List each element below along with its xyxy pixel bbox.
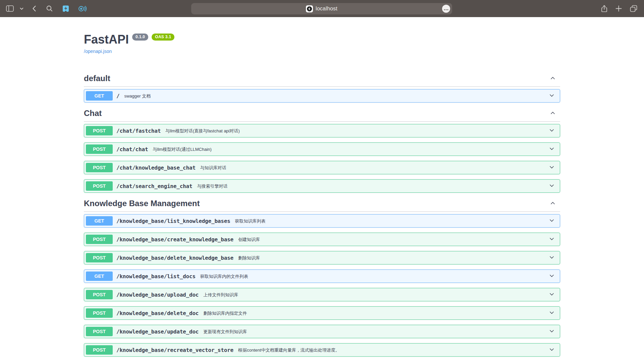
operation-row-knowledge-base-list-knowledge-bases[interactable]: GET/knowledge_base/list_knowledge_bases获… bbox=[84, 214, 560, 228]
expand-operation-button[interactable] bbox=[548, 273, 555, 280]
tab-overview-button[interactable] bbox=[629, 4, 638, 13]
api-section-chat: ChatPOST/chat/fastchat与llm模型对话(直接与fastch… bbox=[84, 109, 560, 193]
sidebar-menu-button[interactable] bbox=[19, 7, 24, 11]
method-badge[interactable]: GET bbox=[86, 272, 113, 281]
chevron-down-icon bbox=[548, 236, 555, 243]
version-badge: 0.1.0 bbox=[132, 34, 148, 41]
operation-path: /chat/fastchat bbox=[116, 128, 161, 134]
chevron-down-icon bbox=[548, 291, 555, 299]
operation-row-root[interactable]: GET/swagger 文档 bbox=[84, 89, 560, 103]
openapi-spec-link[interactable]: /openapi.json bbox=[84, 49, 112, 54]
operation-path: /knowledge_base/create_knowledge_base bbox=[116, 236, 233, 243]
method-badge[interactable]: GET bbox=[86, 216, 113, 226]
operation-row-knowledge-base-delete-knowledge-base[interactable]: POST/knowledge_base/delete_knowledge_bas… bbox=[84, 251, 560, 264]
browser-toolbar: localhost bbox=[0, 0, 644, 17]
method-badge[interactable]: POST bbox=[86, 308, 113, 318]
method-badge[interactable]: POST bbox=[86, 327, 113, 336]
operation-row-knowledge-base-delete-doc[interactable]: POST/knowledge_base/delete_doc删除知识库内指定文件 bbox=[84, 306, 560, 320]
api-section-knowledge-base-management: Knowledge Base ManagementGET/knowledge_b… bbox=[84, 199, 560, 357]
operation-row-knowledge-base-upload-doc[interactable]: POST/knowledge_base/upload_doc上传文件到知识库 bbox=[84, 288, 560, 301]
operation-row-knowledge-base-recreate-vector-store[interactable]: POST/knowledge_base/recreate_vector_stor… bbox=[84, 343, 560, 357]
operation-description: 与llm模型对话(通过LLMChain) bbox=[153, 146, 212, 153]
method-badge[interactable]: POST bbox=[86, 290, 113, 299]
method-badge[interactable]: POST bbox=[86, 126, 113, 135]
chevron-down-icon bbox=[548, 254, 555, 262]
expand-operation-button[interactable] bbox=[548, 217, 555, 225]
operations-list: defaultGET/swagger 文档ChatPOST/chat/fastc… bbox=[84, 74, 560, 357]
expand-operation-button[interactable] bbox=[548, 92, 555, 100]
page-settings-button[interactable] bbox=[442, 5, 450, 13]
operation-path: /knowledge_base/list_knowledge_bases bbox=[116, 218, 230, 224]
sidebar-toggle-icon bbox=[6, 5, 14, 12]
new-tab-button[interactable] bbox=[615, 5, 623, 12]
expand-operation-button[interactable] bbox=[548, 236, 555, 243]
operation-path: /knowledge_base/delete_doc bbox=[116, 310, 199, 316]
chevron-down-icon bbox=[548, 127, 555, 135]
expand-operation-button[interactable] bbox=[548, 346, 555, 354]
section-title: default bbox=[84, 74, 110, 83]
operation-path: /chat/search_engine_chat bbox=[116, 183, 192, 189]
collapse-section-button[interactable] bbox=[549, 200, 556, 207]
method-badge[interactable]: POST bbox=[86, 253, 113, 262]
chevron-down-icon bbox=[548, 217, 555, 225]
address-bar[interactable]: localhost bbox=[191, 3, 452, 14]
expand-operation-button[interactable] bbox=[548, 145, 555, 153]
method-badge[interactable]: POST bbox=[86, 235, 113, 244]
oas-badge: OAS 3.1 bbox=[152, 34, 174, 41]
section-header-chat[interactable]: Chat bbox=[84, 109, 560, 122]
operation-description: 与知识库对话 bbox=[200, 165, 226, 171]
expand-operation-button[interactable] bbox=[548, 254, 555, 262]
method-badge[interactable]: POST bbox=[86, 345, 113, 355]
operation-description: 根据content中文档重建向量库，流式输出处理进度。 bbox=[238, 347, 340, 353]
method-badge[interactable]: POST bbox=[86, 163, 113, 172]
api-title: FastAPI bbox=[84, 33, 129, 46]
expand-operation-button[interactable] bbox=[548, 127, 555, 135]
chevron-down-icon bbox=[548, 346, 555, 354]
api-info: FastAPI 0.1.0 OAS 3.1 /openapi.json bbox=[84, 33, 560, 54]
section-header-knowledge-base-management[interactable]: Knowledge Base Management bbox=[84, 199, 560, 212]
extension-button-1[interactable] bbox=[61, 4, 70, 13]
operation-path: /knowledge_base/recreate_vector_store bbox=[116, 347, 233, 353]
api-section-default: defaultGET/swagger 文档 bbox=[84, 74, 560, 103]
operation-description: 删除知识库 bbox=[238, 255, 260, 261]
share-button[interactable] bbox=[600, 4, 608, 13]
operation-description: 与llm模型对话(直接与fastchat api对话) bbox=[165, 128, 240, 134]
ellipsis-icon bbox=[444, 6, 448, 11]
operation-row-chat-search-engine-chat[interactable]: POST/chat/search_engine_chat与搜索引擎对话 bbox=[84, 179, 560, 193]
expand-operation-button[interactable] bbox=[548, 309, 555, 317]
operation-path: /knowledge_base/delete_knowledge_base bbox=[116, 255, 233, 261]
search-icon bbox=[46, 5, 53, 12]
section-header-default[interactable]: default bbox=[84, 74, 560, 87]
chevron-down-icon bbox=[548, 328, 555, 336]
operation-description: swagger 文档 bbox=[124, 93, 151, 99]
expand-operation-button[interactable] bbox=[548, 164, 555, 172]
collapse-section-button[interactable] bbox=[549, 75, 556, 82]
url-text: localhost bbox=[316, 6, 337, 12]
expand-operation-button[interactable] bbox=[548, 328, 555, 336]
operation-row-chat-fastchat[interactable]: POST/chat/fastchat与llm模型对话(直接与fastchat a… bbox=[84, 124, 560, 137]
method-badge[interactable]: GET bbox=[86, 91, 113, 101]
extension-bookmark-download-icon bbox=[62, 5, 69, 12]
search-button[interactable] bbox=[46, 5, 53, 12]
method-badge[interactable]: POST bbox=[86, 181, 113, 191]
operation-path: /knowledge_base/update_doc bbox=[116, 328, 199, 335]
operation-description: 获取知识库列表 bbox=[235, 218, 266, 224]
expand-operation-button[interactable] bbox=[548, 291, 555, 299]
chevron-up-icon bbox=[549, 75, 556, 82]
operation-row-knowledge-base-create-knowledge-base[interactable]: POST/knowledge_base/create_knowledge_bas… bbox=[84, 233, 560, 246]
sidebar-toggle-button[interactable] bbox=[5, 5, 14, 12]
back-icon bbox=[32, 5, 36, 12]
back-button[interactable] bbox=[32, 5, 37, 12]
tab-overview-icon bbox=[630, 5, 637, 12]
collapse-section-button[interactable] bbox=[549, 110, 556, 117]
operation-row-chat-chat[interactable]: POST/chat/chat与llm模型对话(通过LLMChain) bbox=[84, 142, 560, 156]
method-badge[interactable]: POST bbox=[86, 144, 113, 154]
operation-row-knowledge-base-list-docs[interactable]: GET/knowledge_base/list_docs获取知识库内的文件列表 bbox=[84, 269, 560, 283]
swagger-page: FastAPI 0.1.0 OAS 3.1 /openapi.json defa… bbox=[84, 17, 560, 357]
expand-operation-button[interactable] bbox=[548, 182, 555, 190]
operation-path: /chat/knowledge_base_chat bbox=[116, 165, 196, 171]
extension-button-2[interactable] bbox=[77, 4, 88, 13]
chevron-down-icon bbox=[548, 309, 555, 317]
operation-row-knowledge-base-update-doc[interactable]: POST/knowledge_base/update_doc更新现有文件到知识库 bbox=[84, 325, 560, 338]
operation-row-chat-knowledge-base-chat[interactable]: POST/chat/knowledge_base_chat与知识库对话 bbox=[84, 161, 560, 174]
